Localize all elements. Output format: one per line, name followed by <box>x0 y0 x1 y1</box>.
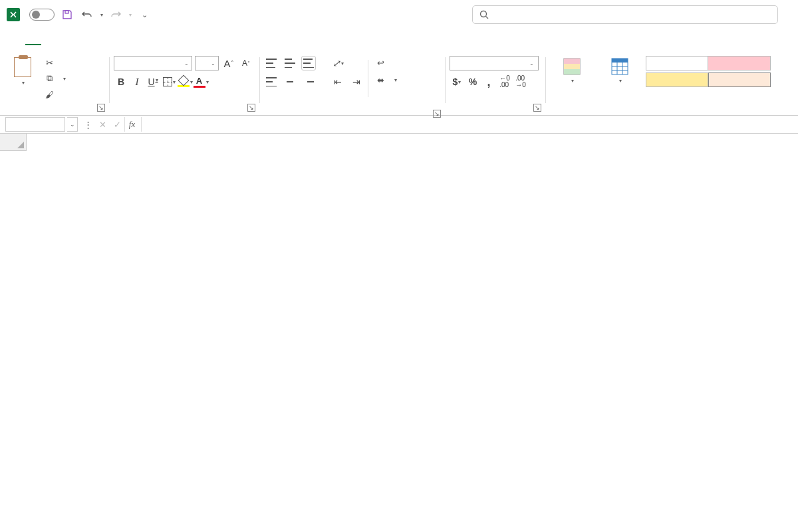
style-normal[interactable] <box>646 56 708 70</box>
excel-app-icon <box>7 8 20 21</box>
svg-rect-6 <box>564 64 580 69</box>
svg-rect-9 <box>612 59 628 63</box>
autosave-toggle[interactable] <box>29 9 55 21</box>
font-launcher-icon[interactable]: ↘ <box>247 104 255 112</box>
italic-button[interactable]: I <box>130 74 144 89</box>
underline-button[interactable]: U▾ <box>146 74 160 89</box>
tab-file[interactable] <box>7 37 23 45</box>
svg-rect-7 <box>564 69 580 74</box>
wrap-text-icon: ↩ <box>375 57 386 68</box>
scissors-icon: ✂ <box>44 57 55 68</box>
tab-insert[interactable] <box>44 37 60 45</box>
svg-rect-5 <box>564 59 580 64</box>
increase-decimal-icon[interactable]: ←0.00 <box>497 74 512 89</box>
copy-icon: ⧉ <box>44 73 55 84</box>
redo-dropdown[interactable]: ▾ <box>129 12 132 18</box>
formula-more-icon[interactable]: ⋮ <box>80 117 95 132</box>
qat-customize-icon[interactable]: ⌄ <box>137 7 152 22</box>
borders-button[interactable]: ▾ <box>162 74 176 89</box>
name-box[interactable] <box>5 117 65 132</box>
search-icon <box>479 10 489 19</box>
select-all-corner[interactable] <box>0 134 27 151</box>
align-middle-icon[interactable] <box>283 56 297 70</box>
cut-button[interactable]: ✂ <box>41 56 68 69</box>
formula-input[interactable] <box>141 117 798 132</box>
style-bad[interactable] <box>708 56 771 70</box>
svg-line-3 <box>486 17 489 19</box>
conditional-formatting-icon <box>563 57 581 76</box>
format-painter-button[interactable]: 🖌 <box>41 88 68 101</box>
clipboard-launcher-icon[interactable]: ↘ <box>97 104 105 112</box>
fx-icon: fx <box>129 119 135 130</box>
decrease-indent-icon[interactable]: ⇤ <box>331 74 345 89</box>
merge-icon: ⬌ <box>375 74 386 85</box>
align-bottom-icon[interactable] <box>301 56 316 70</box>
name-box-dropdown[interactable]: ⌄ <box>67 117 78 132</box>
increase-indent-icon[interactable]: ⇥ <box>349 74 364 89</box>
tab-review[interactable] <box>118 37 134 45</box>
number-launcher-icon[interactable]: ↘ <box>533 104 541 112</box>
paste-icon <box>14 57 31 77</box>
undo-icon[interactable] <box>80 7 94 22</box>
font-color-icon: A <box>196 76 202 86</box>
align-left-icon[interactable] <box>264 74 279 89</box>
wrap-text-button[interactable]: ↩ <box>372 56 400 69</box>
bold-button[interactable]: B <box>114 74 128 89</box>
percent-format-button[interactable]: % <box>466 74 480 89</box>
tab-home[interactable] <box>25 36 41 45</box>
paste-button[interactable]: ▾ <box>8 56 37 101</box>
alignment-launcher-icon[interactable]: ↘ <box>433 110 441 118</box>
tab-page-layout[interactable] <box>63 37 78 45</box>
search-box[interactable] <box>472 5 778 24</box>
increase-font-icon[interactable]: A˄ <box>221 56 236 70</box>
font-color-button[interactable]: A▾ <box>194 74 208 89</box>
align-center-icon[interactable] <box>283 74 297 89</box>
number-format-select[interactable]: ⌄ <box>450 56 539 70</box>
comma-format-button[interactable]: , <box>481 74 496 89</box>
svg-point-2 <box>481 11 487 17</box>
tab-automate[interactable] <box>156 37 172 45</box>
merge-center-button[interactable]: ⬌▾ <box>372 73 400 86</box>
conditional-formatting-button[interactable]: ▾ <box>550 56 594 100</box>
tab-formulas[interactable] <box>81 37 97 45</box>
paintbrush-icon: 🖌 <box>44 89 55 100</box>
enter-formula-icon[interactable]: ✓ <box>110 117 124 132</box>
tab-help[interactable] <box>174 37 190 45</box>
bucket-icon <box>179 76 188 84</box>
border-icon <box>163 77 172 86</box>
orientation-icon: ⤢ <box>332 58 340 68</box>
font-name-select[interactable]: ⌄ <box>114 56 192 70</box>
tab-view[interactable] <box>137 37 153 45</box>
tab-data[interactable] <box>100 37 116 45</box>
font-size-select[interactable]: ⌄ <box>195 56 219 70</box>
svg-rect-1 <box>65 11 68 13</box>
orientation-button[interactable]: ⤢▾ <box>331 56 345 70</box>
format-as-table-button[interactable]: ▾ <box>598 56 642 100</box>
style-calculation[interactable] <box>708 72 771 87</box>
align-right-icon[interactable] <box>301 74 316 89</box>
undo-dropdown[interactable]: ▾ <box>100 12 103 18</box>
accounting-format-button[interactable]: $▾ <box>450 74 464 89</box>
decrease-decimal-icon[interactable]: .00→0 <box>513 74 528 89</box>
insert-function-button[interactable]: fx <box>124 117 139 132</box>
save-icon[interactable] <box>60 7 74 22</box>
cancel-formula-icon[interactable]: ✕ <box>95 117 110 132</box>
style-neutral[interactable] <box>646 72 708 87</box>
fill-color-button[interactable]: ▾ <box>178 74 192 89</box>
redo-icon[interactable] <box>108 7 123 22</box>
copy-button[interactable]: ⧉▾ <box>41 72 68 85</box>
align-top-icon[interactable] <box>264 56 279 70</box>
format-as-table-icon <box>610 57 629 76</box>
decrease-font-icon[interactable]: A˅ <box>239 56 253 70</box>
